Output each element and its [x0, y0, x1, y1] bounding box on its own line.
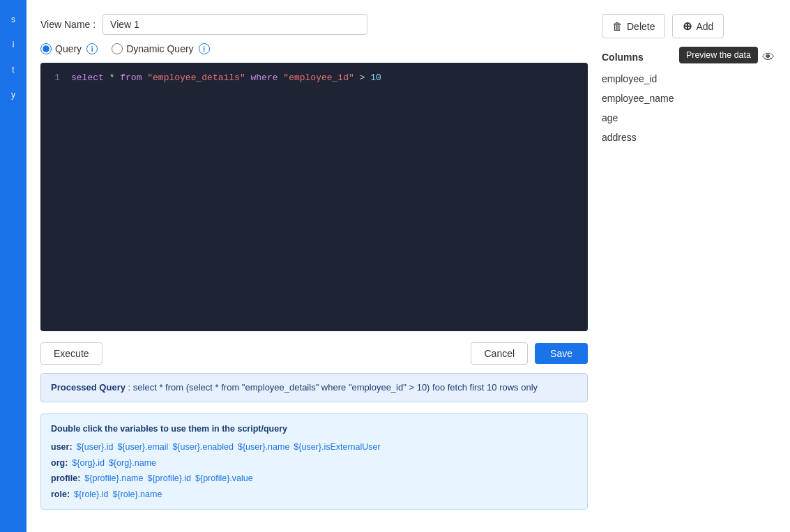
- sidebar-item-t[interactable]: t: [0, 57, 26, 82]
- var-user-key: user:: [51, 439, 73, 455]
- query-radio[interactable]: [40, 43, 52, 54]
- query-label: Query: [55, 43, 82, 54]
- add-button[interactable]: ⊕ Add: [672, 14, 724, 38]
- variables-title: Double click the variables to use them i…: [51, 421, 577, 437]
- bottom-pad: [40, 518, 588, 532]
- var-org-name[interactable]: ${org}.name: [109, 455, 156, 471]
- preview-tooltip: Preview the data: [679, 47, 758, 63]
- str-employee-details: "employee_details": [147, 73, 245, 83]
- sidebar-item-i[interactable]: i: [0, 32, 26, 57]
- var-org-id[interactable]: ${org}.id: [72, 455, 105, 471]
- column-employee-name: employee_name: [602, 90, 776, 107]
- gt-op: >: [360, 73, 371, 83]
- form-area: View Name : Query i Dynamic Query i: [26, 14, 790, 532]
- sidebar-item-s[interactable]: s: [0, 7, 26, 32]
- str-employee-id: "employee_id": [283, 73, 354, 83]
- view-name-input[interactable]: [102, 14, 367, 35]
- kw-where: where: [251, 73, 278, 83]
- columns-header-row: Columns Preview the data 👁: [602, 50, 776, 65]
- radio-row: Query i Dynamic Query i: [40, 43, 588, 54]
- var-user-isexternaluser[interactable]: ${user}.isExternalUser: [294, 439, 380, 455]
- left-panel: View Name : Query i Dynamic Query i: [40, 14, 588, 532]
- variables-user-row: user: ${user}.id ${user}.email ${user}.e…: [51, 439, 577, 455]
- processed-query-separator: :: [128, 382, 133, 393]
- var-role-key: role:: [51, 487, 70, 503]
- kw-from: from: [120, 73, 142, 83]
- right-panel: 🗑 Delete ⊕ Add Columns Preview the data …: [602, 14, 776, 532]
- processed-query-text: select * from (select * from "employee_d…: [133, 382, 538, 393]
- variables-box: Double click the variables to use them i…: [40, 413, 588, 510]
- save-button[interactable]: Save: [535, 343, 588, 364]
- var-org-key: org:: [51, 455, 68, 471]
- var-user-id[interactable]: ${user}.id: [77, 439, 114, 455]
- var-user-name[interactable]: ${user}.name: [238, 439, 289, 455]
- dynamic-query-label: Dynamic Query: [126, 43, 193, 54]
- column-age: age: [602, 109, 776, 126]
- sidebar: s i t y: [0, 0, 26, 532]
- column-employee-id: employee_id: [602, 70, 776, 87]
- dynamic-query-info-icon[interactable]: i: [199, 43, 210, 54]
- view-name-row: View Name :: [40, 14, 588, 35]
- action-row: Execute Cancel Save: [40, 342, 588, 365]
- var-profile-key: profile:: [51, 471, 80, 487]
- add-label: Add: [696, 21, 713, 32]
- line-number-1: 1: [49, 71, 60, 86]
- variables-role-row: role: ${role}.id ${role}.name: [51, 487, 577, 503]
- plus-icon: ⊕: [683, 20, 692, 33]
- code-line-1: 1 select * from "employee_details" where…: [49, 71, 579, 86]
- processed-query-label: Processed Query: [51, 382, 126, 393]
- execute-button[interactable]: Execute: [40, 342, 102, 365]
- cancel-button[interactable]: Cancel: [471, 342, 528, 365]
- processed-query-box: Processed Query : select * from (select …: [40, 373, 588, 402]
- dynamic-query-radio[interactable]: [112, 43, 123, 54]
- kw-star: *: [109, 73, 121, 83]
- columns-list: employee_id employee_name age address: [602, 70, 776, 146]
- column-address: address: [602, 129, 776, 146]
- dynamic-query-radio-option[interactable]: Dynamic Query i: [112, 43, 209, 54]
- code-editor[interactable]: 1 select * from "employee_details" where…: [40, 63, 588, 331]
- variables-org-row: org: ${org}.id ${org}.name: [51, 455, 577, 471]
- var-profile-name[interactable]: ${profile}.name: [84, 471, 143, 487]
- sidebar-item-y[interactable]: y: [0, 82, 26, 107]
- query-radio-option[interactable]: Query i: [40, 43, 98, 54]
- variables-profile-row: profile: ${profile}.name ${profile}.id $…: [51, 471, 577, 487]
- var-user-email[interactable]: ${user}.email: [117, 439, 168, 455]
- right-top-buttons: 🗑 Delete ⊕ Add: [602, 14, 776, 38]
- view-name-label: View Name :: [40, 19, 96, 30]
- num-10: 10: [370, 73, 381, 83]
- var-role-name[interactable]: ${role}.name: [112, 487, 162, 503]
- trash-icon: 🗑: [612, 20, 623, 32]
- var-role-id[interactable]: ${role}.id: [74, 487, 108, 503]
- eye-icon[interactable]: 👁: [761, 50, 776, 65]
- kw-select: select: [71, 73, 104, 83]
- code-line-1-text: select * from "employee_details" where "…: [71, 71, 381, 86]
- query-info-icon[interactable]: i: [86, 43, 98, 54]
- var-user-enabled[interactable]: ${user}.enabled: [172, 439, 234, 455]
- delete-label: Delete: [627, 21, 655, 32]
- var-profile-id[interactable]: ${profile}.id: [147, 471, 191, 487]
- columns-label: Columns: [602, 52, 644, 63]
- delete-button[interactable]: 🗑 Delete: [602, 14, 665, 38]
- main-content: View Name : Query i Dynamic Query i: [26, 0, 790, 532]
- preview-tooltip-wrap: Preview the data 👁: [761, 50, 776, 65]
- var-profile-value[interactable]: ${profile}.value: [195, 471, 253, 487]
